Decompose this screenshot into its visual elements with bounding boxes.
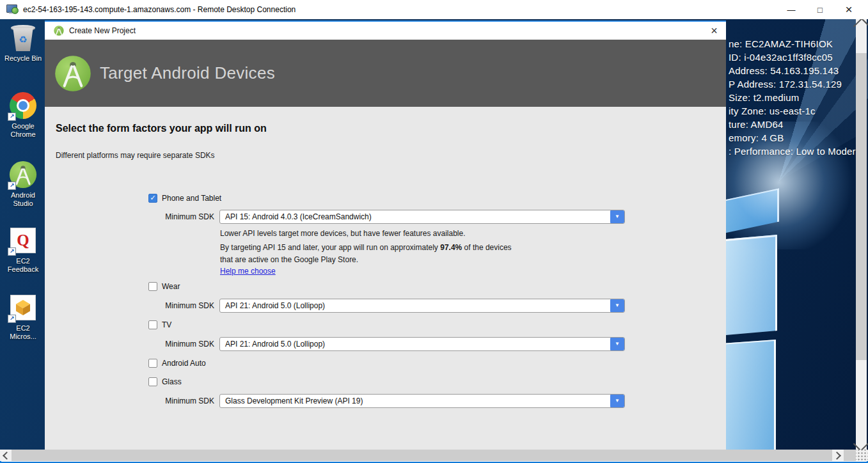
chevron-up-icon — [853, 17, 868, 33]
ec2-system-info: ne: EC2AMAZ-TIH6IOK ID: i-04e32ac1ff3f8c… — [729, 37, 856, 158]
phone-tablet-checkbox[interactable]: ✓ — [148, 194, 157, 203]
desktop-icon-recycle-bin[interactable]: ♻ Recycle Bin — [1, 23, 45, 63]
icon-label: EC2 Micros... — [10, 324, 36, 341]
chevron-left-icon — [3, 451, 11, 460]
desktop-icon-ec2-microsoft[interactable]: ↗ EC2 Micros... — [1, 293, 45, 341]
icon-label: Android Studio — [11, 191, 35, 208]
shortcut-arrow-icon: ↗ — [8, 247, 16, 256]
min-sdk-label-phone: Minimum SDK — [147, 210, 214, 224]
scroll-right-button[interactable] — [832, 450, 844, 461]
icon-label: EC2 Feedback — [8, 257, 38, 274]
form-factor-row-tv[interactable]: ✓ TV — [148, 320, 171, 329]
chevron-down-icon: ▼ — [615, 341, 620, 347]
scroll-down-button[interactable] — [856, 439, 867, 450]
form-factor-row-phone-tablet[interactable]: ✓ Phone and Tablet — [148, 193, 221, 203]
form-heading: Select the form factors your app will ru… — [56, 123, 267, 134]
glass-checkbox[interactable]: ✓ — [148, 377, 157, 386]
wear-checkbox[interactable]: ✓ — [148, 282, 157, 291]
recycle-bin-icon: ♻ — [8, 23, 38, 52]
form-subheading: Different platforms may require separate… — [56, 151, 215, 160]
dropdown-button[interactable]: ▼ — [610, 338, 624, 350]
shortcut-arrow-icon: ↗ — [8, 315, 16, 323]
api-help-line2: By targeting API 15 and later, your app … — [220, 243, 512, 252]
min-sdk-select-phone[interactable]: API 15: Android 4.0.3 (IceCreamSandwich)… — [219, 210, 625, 224]
chrome-icon: ↗ — [8, 91, 38, 120]
chevron-down-icon: ▼ — [615, 398, 620, 404]
tv-checkbox[interactable]: ✓ — [148, 320, 157, 329]
icon-label: Recycle Bin — [4, 54, 42, 63]
dialog-title: Create New Project — [69, 22, 136, 40]
desktop-icon-ec2-feedback[interactable]: Q ↗ EC2 Feedback — [1, 226, 45, 274]
api-help-line3: that are active on the Google Play Store… — [220, 255, 358, 264]
shortcut-arrow-icon: ↗ — [8, 113, 16, 121]
horizontal-scrollbar[interactable] — [0, 450, 868, 461]
wizard-step-title: Target Android Devices — [100, 63, 275, 83]
icon-label: Google Chrome — [10, 122, 35, 139]
min-sdk-select-glass[interactable]: Glass Development Kit Preview (API 19) ▼ — [219, 394, 625, 408]
chevron-down-icon — [853, 435, 868, 451]
android-studio-logo-small — [54, 26, 64, 36]
ec2-feedback-icon: Q ↗ — [8, 226, 38, 255]
min-sdk-label-tv: Minimum SDK — [147, 337, 214, 351]
maximize-button[interactable]: □ — [807, 0, 833, 19]
scroll-left-button[interactable] — [0, 450, 12, 461]
form-factor-row-wear[interactable]: ✓ Wear — [148, 281, 180, 291]
min-sdk-label-wear: Minimum SDK — [147, 299, 214, 313]
dialog-close-button[interactable]: × — [702, 22, 726, 40]
dropdown-button[interactable]: ▼ — [610, 299, 624, 312]
min-sdk-label-glass: Minimum SDK — [147, 394, 214, 408]
checkmark-icon: ✓ — [150, 194, 155, 201]
chevron-down-icon: ▼ — [615, 303, 620, 308]
create-new-project-dialog: Create New Project × Target Android Devi… — [45, 20, 726, 450]
dropdown-button[interactable]: ▼ — [610, 210, 624, 223]
vertical-scrollbar-thumb[interactable] — [856, 53, 867, 360]
rdp-window: ec2-54-163-195-143.compute-1.amazonaws.c… — [0, 0, 868, 463]
shortcut-arrow-icon: ↗ — [8, 182, 16, 190]
help-me-choose-link[interactable]: Help me choose — [220, 267, 276, 276]
form-factor-row-android-auto[interactable]: ✓ Android Auto — [148, 358, 206, 368]
dialog-titlebar[interactable]: Create New Project × — [45, 22, 726, 40]
desktop-icon-google-chrome[interactable]: ↗ Google Chrome — [1, 91, 45, 139]
form-factor-row-glass[interactable]: ✓ Glass — [148, 377, 182, 386]
min-sdk-select-wear[interactable]: API 21: Android 5.0 (Lollipop) ▼ — [219, 299, 625, 313]
api-help-line1: Lower API levels target more devices, bu… — [220, 229, 466, 238]
scroll-up-button[interactable] — [856, 19, 867, 30]
wizard-header: Target Android Devices — [45, 40, 726, 107]
dropdown-button[interactable]: ▼ — [610, 395, 624, 407]
resize-grip[interactable] — [856, 450, 868, 461]
vertical-scrollbar[interactable] — [856, 19, 867, 450]
cube-icon — [16, 300, 30, 315]
chevron-down-icon: ▼ — [615, 214, 620, 219]
remote-desktop-icon — [6, 4, 19, 14]
android-studio-logo — [54, 55, 91, 92]
min-sdk-select-tv[interactable]: API 21: Android 5.0 (Lollipop) ▼ — [219, 337, 625, 351]
rdp-titlebar: ec2-54-163-195-143.compute-1.amazonaws.c… — [0, 0, 868, 19]
chevron-right-icon — [833, 451, 841, 460]
minimize-button[interactable]: — — [778, 0, 805, 19]
close-button[interactable]: × — [835, 0, 862, 19]
ec2-package-icon: ↗ — [8, 293, 38, 322]
desktop-icon-android-studio[interactable]: ↗ Android Studio — [1, 160, 45, 208]
window-title: ec2-54-163-195-143.compute-1.amazonaws.c… — [23, 0, 296, 19]
android-studio-icon: ↗ — [8, 160, 38, 189]
android-auto-checkbox[interactable]: ✓ — [148, 359, 157, 368]
